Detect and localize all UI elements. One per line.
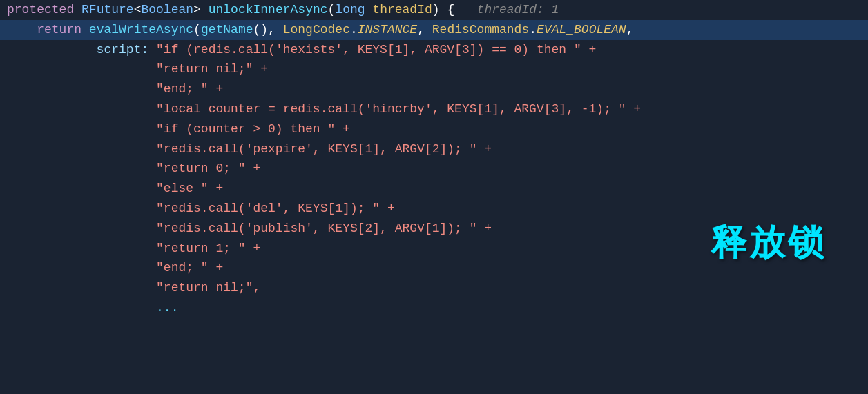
- code-line-13: "return 1; " +: [0, 239, 868, 259]
- code-line-8: "redis.call('pexpire', KEYS[1], ARGV[2])…: [0, 139, 868, 159]
- string-line-12: "redis.call('publish', KEYS[2], ARGV[1])…: [7, 219, 492, 239]
- eval-boolean: EVAL_BOOLEAN: [537, 20, 626, 40]
- string-line-3: "if (redis.call('hexists', KEYS[1], ARGV…: [156, 40, 596, 60]
- code-line-15: "return nil;",: [0, 278, 868, 298]
- script-label: script:: [7, 40, 156, 60]
- string-line-7: "if (counter > 0) then " +: [7, 119, 350, 139]
- code-line-5: "end; " +: [0, 79, 868, 99]
- string-line-11: "redis.call('del', KEYS[1]); " +: [7, 199, 395, 219]
- long-codec: LongCodec: [283, 20, 350, 40]
- keyword-protected: protected: [7, 0, 81, 20]
- code-line-14: "end; " +: [0, 258, 868, 278]
- string-line-13: "return 1; " +: [7, 239, 260, 259]
- param-hint: threadId: 1: [454, 0, 559, 20]
- instance: INSTANCE: [358, 20, 417, 40]
- string-line-9: "return 0; " +: [7, 159, 260, 179]
- string-line-14: "end; " +: [7, 258, 223, 278]
- code-line-12: "redis.call('publish', KEYS[2], ARGV[1])…: [0, 219, 868, 239]
- string-line-6: "local counter = redis.call('hincrby', K…: [7, 99, 641, 119]
- code-line-4: "return nil;" +: [0, 59, 868, 79]
- string-line-15: "return nil;",: [7, 278, 260, 298]
- code-editor: protected RFuture<Boolean> unlockInnerAs…: [0, 0, 868, 318]
- param-type: long: [335, 0, 365, 20]
- type-boolean: Boolean: [141, 0, 193, 20]
- code-line-7: "if (counter > 0) then " +: [0, 119, 868, 139]
- code-line-1: protected RFuture<Boolean> unlockInnerAs…: [0, 0, 868, 20]
- code-line-3: script: "if (redis.call('hexists', KEYS[…: [0, 40, 868, 60]
- keyword-return: return: [7, 20, 89, 40]
- code-line-10: "else " +: [0, 179, 868, 199]
- code-line-2: return evalWriteAsync(getName(), LongCod…: [0, 20, 868, 40]
- string-line-8: "redis.call('pexpire', KEYS[1], ARGV[2])…: [7, 139, 492, 159]
- string-line-10: "else " +: [7, 179, 223, 199]
- get-name-method: getName: [201, 20, 253, 40]
- code-line-16: ...: [0, 298, 868, 318]
- code-line-11: "redis.call('del', KEYS[1]); " +: [0, 199, 868, 219]
- string-line-4: "return nil;" +: [7, 59, 268, 79]
- eval-write-async: evalWriteAsync: [89, 20, 193, 40]
- bottom-code: ...: [7, 298, 178, 318]
- code-line-6: "local counter = redis.call('hincrby', K…: [0, 99, 868, 119]
- type-rfuture: RFuture: [81, 0, 134, 20]
- code-line-9: "return 0; " +: [0, 159, 868, 179]
- method-name: unlockInnerAsync: [209, 0, 328, 20]
- redis-commands: RedisCommands: [432, 20, 529, 40]
- param-name: threadId: [365, 0, 432, 20]
- string-line-5: "end; " +: [7, 79, 223, 99]
